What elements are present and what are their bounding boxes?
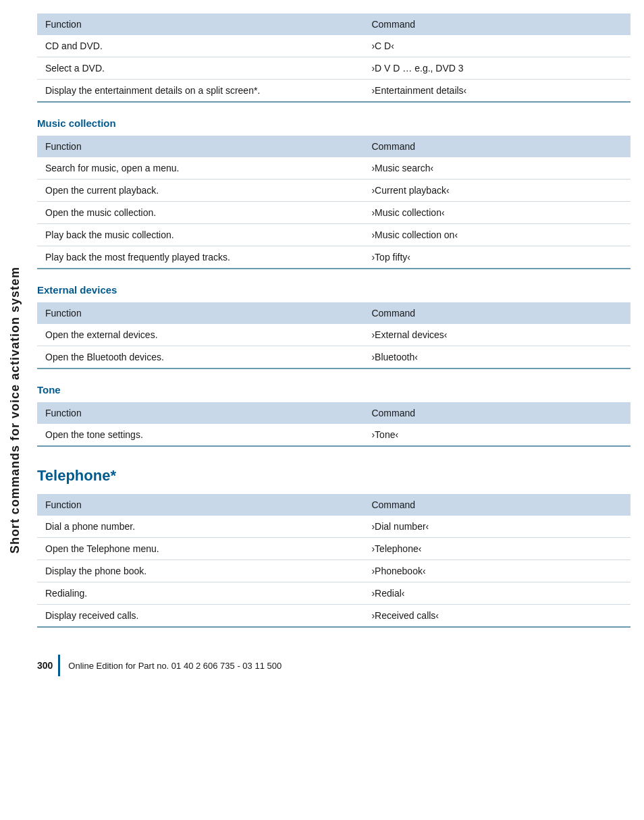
table-row: Open the current playback. ›Current play… (37, 180, 630, 202)
telephone-title: Telephone* (37, 467, 630, 485)
music-collection-table: Function Command Search for music, open … (37, 136, 630, 269)
footer-divider (58, 655, 60, 676)
table-row: Open the tone settings. ›Tone‹ (37, 424, 630, 446)
music-collection-title: Music collection (37, 117, 630, 129)
function-cell: CD and DVD. (37, 35, 363, 57)
command-cell: ›Music search‹ (363, 157, 630, 180)
command-cell: ›D V D … e.g., DVD 3 (363, 57, 630, 80)
function-header: Function (37, 494, 363, 516)
command-cell: ›Phonebook‹ (363, 560, 630, 582)
command-header: Command (363, 13, 630, 35)
function-cell: Open the tone settings. (37, 424, 363, 446)
command-header: Command (363, 136, 630, 157)
table-row: Play back the most frequently played tra… (37, 246, 630, 269)
function-header: Function (37, 13, 363, 35)
table-row: Display the entertainment details on a s… (37, 80, 630, 103)
command-header: Command (363, 402, 630, 424)
telephone-section: Telephone* Function Command Dial a phone… (37, 467, 630, 628)
external-devices-section: External devices Function Command Open t… (37, 284, 630, 369)
table-row: Dial a phone number. ›Dial number‹ (37, 516, 630, 538)
function-cell: Play back the music collection. (37, 224, 363, 246)
table-row: Display received calls. ›Received calls‹ (37, 605, 630, 628)
command-cell: ›Current playback‹ (363, 180, 630, 202)
function-cell: Select a DVD. (37, 57, 363, 80)
tone-title: Tone (37, 384, 630, 395)
function-cell: Open the external devices. (37, 324, 363, 346)
tone-section: Tone Function Command Open the tone sett… (37, 384, 630, 447)
footer: 300 Online Edition for Part no. 01 40 2 … (37, 648, 630, 676)
command-cell: ›Tone‹ (363, 424, 630, 446)
table-row: Play back the music collection. ›Music c… (37, 224, 630, 246)
tone-table: Function Command Open the tone settings.… (37, 402, 630, 447)
table-row: Display the phone book. ›Phonebook‹ (37, 560, 630, 582)
cd-dvd-section: Function Command CD and DVD. ›C D‹ Selec… (37, 13, 630, 103)
function-cell: Play back the most frequently played tra… (37, 246, 363, 269)
command-cell: ›Telephone‹ (363, 538, 630, 560)
table-row: Open the Telephone menu. ›Telephone‹ (37, 538, 630, 560)
function-cell: Open the Telephone menu. (37, 538, 363, 560)
sidebar-label: Short commands for voice activation syst… (8, 267, 22, 553)
command-cell: ›Music collection on‹ (363, 224, 630, 246)
command-cell: ›External devices‹ (363, 324, 630, 346)
page-number: 300 (37, 660, 58, 671)
telephone-table: Function Command Dial a phone number. ›D… (37, 494, 630, 628)
table-row: Select a DVD. ›D V D … e.g., DVD 3 (37, 57, 630, 80)
command-cell: ›Top fifty‹ (363, 246, 630, 269)
command-cell: ›Music collection‹ (363, 202, 630, 224)
external-devices-table: Function Command Open the external devic… (37, 302, 630, 369)
footer-text: Online Edition for Part no. 01 40 2 606 … (68, 661, 281, 671)
table-row: Open the external devices. ›External dev… (37, 324, 630, 346)
function-header: Function (37, 136, 363, 157)
function-cell: Open the current playback. (37, 180, 363, 202)
function-cell: Open the music collection. (37, 202, 363, 224)
cd-dvd-table: Function Command CD and DVD. ›C D‹ Selec… (37, 13, 630, 103)
function-cell: Display received calls. (37, 605, 363, 628)
table-row: CD and DVD. ›C D‹ (37, 35, 630, 57)
command-header: Command (363, 494, 630, 516)
function-cell: Search for music, open a menu. (37, 157, 363, 180)
function-cell: Display the entertainment details on a s… (37, 80, 363, 103)
command-header: Command (363, 302, 630, 324)
command-cell: ›C D‹ (363, 35, 630, 57)
command-cell: ›Redial‹ (363, 582, 630, 605)
music-collection-section: Music collection Function Command Search… (37, 117, 630, 269)
external-devices-title: External devices (37, 284, 630, 296)
command-cell: ›Bluetooth‹ (363, 346, 630, 369)
main-content: Function Command CD and DVD. ›C D‹ Selec… (37, 0, 630, 696)
command-cell: ›Entertainment details‹ (363, 80, 630, 103)
command-cell: ›Dial number‹ (363, 516, 630, 538)
function-cell: Redialing. (37, 582, 363, 605)
function-header: Function (37, 402, 363, 424)
sidebar: Short commands for voice activation syst… (0, 0, 30, 820)
command-cell: ›Received calls‹ (363, 605, 630, 628)
table-row: Open the music collection. ›Music collec… (37, 202, 630, 224)
function-cell: Open the Bluetooth devices. (37, 346, 363, 369)
table-row: Search for music, open a menu. ›Music se… (37, 157, 630, 180)
function-header: Function (37, 302, 363, 324)
function-cell: Display the phone book. (37, 560, 363, 582)
table-row: Open the Bluetooth devices. ›Bluetooth‹ (37, 346, 630, 369)
table-row: Redialing. ›Redial‹ (37, 582, 630, 605)
function-cell: Dial a phone number. (37, 516, 363, 538)
